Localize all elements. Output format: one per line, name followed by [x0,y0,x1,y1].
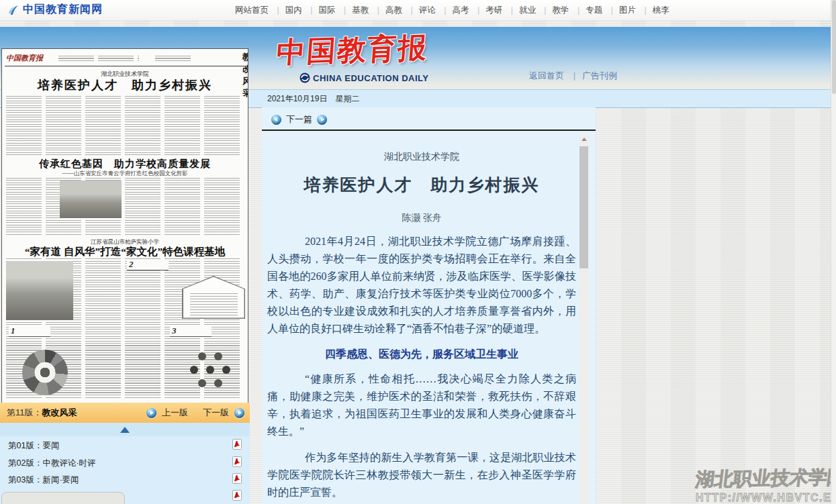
browser-viewport: 中国教育新闻网 网站首页 国内 国际 基教 高教 评论 高考 考研 就业 教学 … [0,0,836,504]
thumb-headline2-subtitle: ——山东省安丘市青云学府打造红色校园文化剪影 [2,170,248,178]
thumb-paper-name: 中国教育报 [6,53,43,63]
thumb-page-number: 11 [246,50,248,62]
thumb-network-diagram [190,366,198,374]
site-topbar: 中国教育新闻网 网站首页 国内 国际 基教 高教 评论 高考 考研 就业 教学 … [0,0,836,21]
newsprint-text-columns [6,96,244,155]
thumb-photo-campus [60,181,122,218]
nav-item-kaoyan[interactable]: 考研 [471,5,502,15]
top-navigation: 网站首页 国内 国际 基教 高教 评论 高考 考研 就业 教学 专题 图片 桃李 [235,5,669,16]
edition-row: 第02版：中教评论·时评 [0,456,250,470]
nav-item-teaching[interactable]: 教学 [538,5,569,15]
current-edition: 第11版：教改风采 [7,407,77,417]
edition-row: 第03版：新闻·要闻 [0,473,250,487]
browser-scrollbar[interactable] [831,0,836,504]
thumb-section-number: 2 [127,259,169,270]
browser-scrollbar-thumb[interactable] [832,0,836,94]
article-title: 培养医护人才 助力乡村振兴 [267,174,576,196]
article-paragraph: “健康所系，性命相托……我决心竭尽全力除人类之病痛，助健康之完美，维护医术的圣洁… [267,370,576,440]
scroll-up-icon[interactable] [579,134,589,145]
article-content: 湖北职业技术学院 培养医护人才 助力乡村振兴 陈灏 张舟 2021年4月24日，… [267,138,576,504]
paper-logo-calligraphy[interactable]: 中国教育报 [275,28,430,72]
thumb-header-fineprint [58,56,139,61]
thumb-section-number: 1 [9,325,50,337]
watermark: 湖北职业技术学院 新闻中心 HTTP://WWW.HBVTC.EDU.CN [696,460,834,504]
article-paragraph: 作为多年坚持的新生入学教育第一课，这是湖北职业技术学院医学院院长许三林教授带领大… [267,449,576,501]
nav-item-higher-edu[interactable]: 高教 [371,5,402,15]
masthead-links: 返回首页 广告刊例 [529,70,617,82]
ad-rates-link[interactable]: 广告刊例 [567,70,617,81]
pdf-icon[interactable] [232,439,242,450]
nav-item-comment[interactable]: 评论 [404,5,435,15]
next-edition-link[interactable]: 下一版 [203,403,229,423]
site-logo-icon [7,3,20,17]
article-paragraph: 2021年4月24日，湖北职业技术学院立德广场摩肩接踵、人头攒动，学校一年一度的… [267,233,576,338]
site-logo-text: 中国教育新闻网 [23,3,103,17]
nav-item-jobs[interactable]: 就业 [505,5,536,15]
article-divider [262,130,596,131]
edition-link-02[interactable]: 第02版：中教评论·时评 [8,458,96,469]
thumb-headline1: 培养医护人才 助力乡村振兴 [2,77,248,93]
nav-item-gaokao[interactable]: 高考 [438,5,469,15]
edition-pager: 第11版：教改风采 上一版 下一版 [0,403,250,423]
nav-item-home[interactable]: 网站首页 [235,5,269,15]
nav-item-domestic[interactable]: 国内 [271,5,301,15]
article-scrollbar[interactable] [579,134,589,504]
next-article-icon[interactable] [317,115,327,125]
article-nav: 下一篇 [271,113,327,125]
scrollbar-thumb[interactable] [579,146,588,268]
back-home-link[interactable]: 返回首页 [529,70,564,81]
footer-panel [1,492,125,504]
paper-logo-en-text: CHINA EDUCATION DAILY [313,73,429,83]
thumb-radial-diagram [22,350,68,395]
nav-item-basic-edu[interactable]: 基教 [338,5,369,15]
paper-logo-icon [299,72,310,83]
thumb-header-fineprint [155,56,194,61]
paper-logo-en: CHINA EDUCATION DAILY [299,72,429,83]
nav-item-international[interactable]: 国际 [304,5,335,15]
next-edition-icon[interactable] [234,408,244,418]
nav-item-taoli[interactable]: 桃李 [639,5,669,15]
issue-date: 2021年10月19日 星期二 [267,94,359,103]
newspaper-page-image[interactable]: 中国教育报 教改风采11 湖北职业技术学院 培养医护人才 助力乡村振兴 传承红色… [1,48,248,403]
newsprint-text-columns [6,178,244,236]
thumb-headline2: 传承红色基因 助力学校高质量发展 [2,158,248,170]
article-authors: 陈灏 张舟 [267,212,576,224]
thumb-section-number: 3 [170,325,212,337]
pdf-icon[interactable] [232,456,242,467]
thumb-divider [5,66,245,66]
collapse-arrow-icon[interactable] [120,427,130,433]
article-kicker: 湖北职业技术学院 [267,151,576,163]
thumb-headline3: “家有道 自风华”打造“家文化”特色课程基地 [2,245,248,259]
watermark-url: HTTP://WWW.HBVTC.EDU.CN [696,492,834,504]
article-subhead: 四季感恩、医德为先，服务区域卫生事业 [267,348,576,362]
nav-item-photos[interactable]: 图片 [605,5,636,15]
article-panel: 下一篇 湖北职业技术学院 培养医护人才 助力乡村振兴 陈灏 张舟 2021年4月… [262,107,596,504]
thumb-photo-school-gate [6,261,73,320]
edition-row: 第01版：要闻 [0,439,250,452]
edition-link-01[interactable]: 第01版：要闻 [8,440,59,452]
prev-edition-icon[interactable] [146,408,156,418]
nav-item-special[interactable]: 专题 [571,5,602,15]
site-logo[interactable]: 中国教育新闻网 [7,3,103,17]
prev-edition-link[interactable]: 上一版 [162,403,188,423]
edition-link-03[interactable]: 第03版：新闻·要闻 [8,474,79,486]
pdf-icon[interactable] [232,473,242,484]
next-article-link[interactable]: 下一篇 [286,113,312,125]
prev-article-icon[interactable] [271,115,281,125]
watermark-college-name: 湖北职业技术学院 [694,464,836,493]
pdf-icon[interactable] [232,490,242,501]
